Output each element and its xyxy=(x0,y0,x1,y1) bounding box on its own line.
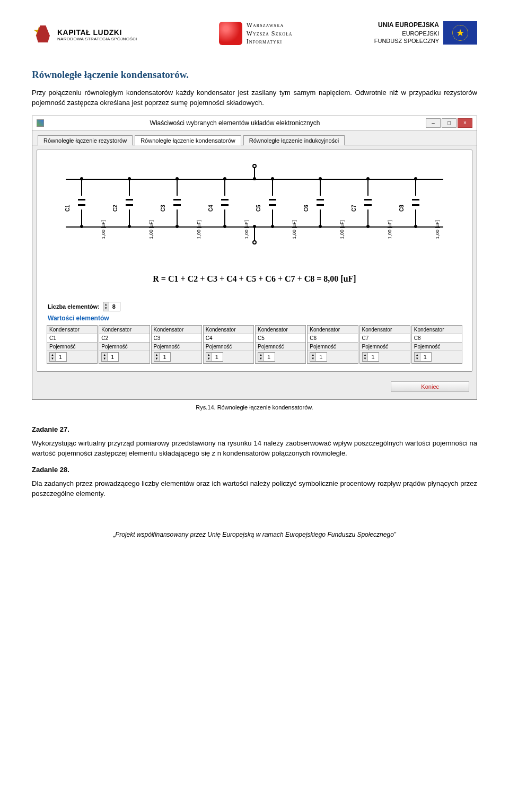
header-logos: ★ KAPITAŁ LUDZKI NARODOWA STRATEGIA SPÓJ… xyxy=(32,21,477,48)
wsi-line3: Informatyki xyxy=(247,38,293,46)
terminal-bottom xyxy=(252,240,257,245)
cap-c8: C8 1,00 [uF] xyxy=(400,179,432,226)
terminal-top xyxy=(252,164,257,168)
end-button[interactable]: Koniec xyxy=(391,381,469,392)
grid-header: Kondensator xyxy=(47,326,97,334)
eu-line3: FUNDUSZ SPOŁECZNY xyxy=(374,37,439,45)
cap-value-stepper[interactable]: ▲▼1 xyxy=(101,352,119,362)
values-grid: Kondensator C1 Pojemność ▲▼1 Kondensator… xyxy=(47,325,462,364)
cap-name-input[interactable]: C6 xyxy=(308,334,357,343)
cap-name-input[interactable]: C3 xyxy=(152,334,201,343)
tab-inductors[interactable]: Równoległe łączenie indukcyjności xyxy=(243,135,345,145)
count-label: Liczba elementów: xyxy=(48,303,100,310)
kl-subtitle: NARODOWA STRATEGIA SPÓJNOŚCI xyxy=(57,37,137,41)
wsi-icon xyxy=(219,22,242,45)
app-window: Właściwości wybranych elementów układów … xyxy=(32,116,477,400)
logo-wsi: Warszawska Wyższa Szkoła Informatyki xyxy=(219,21,293,46)
cap-c5: C5 1,00 [uF] xyxy=(257,179,288,226)
maximize-button[interactable]: □ xyxy=(442,118,457,128)
cap-name-input[interactable]: C7 xyxy=(360,334,410,343)
window-title: Właściwości wybranych elementów układów … xyxy=(44,119,426,127)
cap-value-stepper[interactable]: ▲▼1 xyxy=(310,352,327,362)
titlebar: Właściwości wybranych elementów układów … xyxy=(32,116,477,130)
cap-value-stepper[interactable]: ▲▼1 xyxy=(49,352,67,362)
cap-c1: C1 1,00 [uF] xyxy=(66,179,98,226)
cap-value-stepper[interactable]: ▲▼1 xyxy=(154,352,171,362)
cap-value-stepper[interactable]: ▲▼1 xyxy=(258,352,275,362)
cap-c3: C3 1,00 [uF] xyxy=(161,179,193,226)
cap-name-input[interactable]: C2 xyxy=(99,334,149,343)
footer: „Projekt współfinansowany przez Unię Eur… xyxy=(32,531,477,538)
section-title: Równoległe łączenie kondensatorów. xyxy=(32,69,477,81)
wsi-line1: Warszawska xyxy=(247,21,293,30)
cap-value-stepper[interactable]: ▲▼1 xyxy=(362,352,380,362)
tabstrip: Równoległe łączenie rezystorów Równoległ… xyxy=(32,130,477,145)
task-27-body: Wykorzystując wirtualny przyrząd pomiaro… xyxy=(32,439,477,459)
cap-c7: C7 1,00 [uF] xyxy=(352,179,384,226)
cap-c2: C2 1,00 [uF] xyxy=(113,179,145,226)
kl-icon: ★ xyxy=(32,21,53,48)
main-panel: C1 1,00 [uF] C2 1,00 [uF] C3 1,00 [uF] xyxy=(37,150,472,372)
cap-value-stepper[interactable]: ▲▼1 xyxy=(206,352,223,362)
figure-caption: Rys.14. Równoległe łączenie kondensatoró… xyxy=(32,404,477,411)
wsi-line2: Wyższa Szkoła xyxy=(247,30,293,38)
minimize-button[interactable]: – xyxy=(426,118,441,128)
intro-paragraph: Przy połączeniu równoległym kondensatoró… xyxy=(32,88,477,108)
eu-flag-icon: ★ xyxy=(443,21,477,45)
cap-name-input[interactable]: C5 xyxy=(256,334,305,343)
task-28-label: Zadanie 28. xyxy=(32,466,477,474)
eu-line1: UNIA EUROPEJSKA xyxy=(374,21,439,30)
cap-c6: C6 1,00 [uF] xyxy=(304,179,336,226)
tab-capacitors[interactable]: Równoległe łączenie kondensatorów xyxy=(135,135,241,145)
cap-name-input[interactable]: C8 xyxy=(412,334,462,343)
footer-suffix: Społecznego” xyxy=(357,531,396,538)
task-27-label: Zadanie 27. xyxy=(32,425,477,433)
formula: R = C1 + C2 + C3 + C4 + C5 + C6 + C7 + C… xyxy=(45,274,464,284)
grid-row-label: Pojemność xyxy=(47,343,97,351)
eu-line2: EUROPEJSKI xyxy=(374,30,439,37)
close-button[interactable]: × xyxy=(458,118,472,128)
cap-value-stepper[interactable]: ▲▼1 xyxy=(414,352,432,362)
circuit-diagram: C1 1,00 [uF] C2 1,00 [uF] C3 1,00 [uF] xyxy=(50,163,459,264)
count-stepper[interactable]: ▲▼ 8 xyxy=(103,302,120,311)
values-section-label: Wartości elementów xyxy=(48,315,464,322)
tab-resistors[interactable]: Równoległe łączenie rezystorów xyxy=(38,135,133,145)
cap-c4: C4 1,00 [uF] xyxy=(209,179,241,226)
cap-name-input[interactable]: C1 xyxy=(47,334,97,343)
count-row: Liczba elementów: ▲▼ 8 xyxy=(48,302,464,311)
logo-kapital-ludzki: ★ KAPITAŁ LUDZKI NARODOWA STRATEGIA SPÓJ… xyxy=(32,21,137,48)
logo-eu: UNIA EUROPEJSKA EUROPEJSKI FUNDUSZ SPOŁE… xyxy=(374,21,477,45)
footer-prefix: „Projekt współfinansowany przez Unię Eur… xyxy=(113,531,357,538)
kl-title: KAPITAŁ LUDZKI xyxy=(57,28,137,37)
task-28-body: Dla zadanych przez prowadzącego liczby e… xyxy=(32,479,477,499)
app-icon xyxy=(37,119,44,127)
cap-name-input[interactable]: C4 xyxy=(204,334,253,343)
